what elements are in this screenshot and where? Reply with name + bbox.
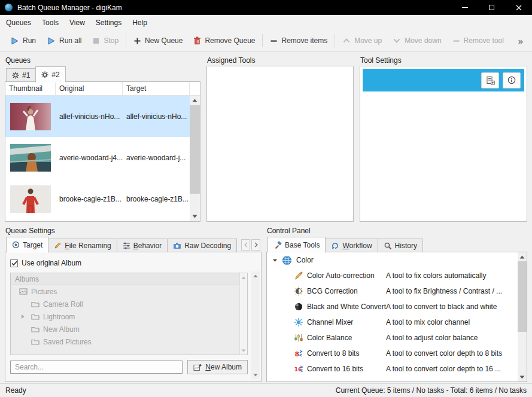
use-original-album-checkbox[interactable] xyxy=(10,259,18,267)
scrollbar-track[interactable] xyxy=(518,261,527,372)
target-tab-page: Use original Album Albums Pictures Camer… xyxy=(5,252,262,382)
scroll-down-arrow[interactable] xyxy=(518,372,527,381)
toolbar-separator xyxy=(335,34,335,47)
table-header: Thumbnail Original Target xyxy=(5,82,200,96)
assign-tool-button[interactable] xyxy=(481,72,499,88)
assigned-tools-label: Assigned Tools xyxy=(206,56,354,66)
thumbnail-image xyxy=(5,144,56,172)
tab-workflow[interactable]: Workflow xyxy=(325,239,378,252)
menu-view[interactable]: View xyxy=(64,16,90,29)
queue-settings-scrollbar[interactable] xyxy=(251,271,260,379)
tab-raw-decoding[interactable]: Raw Decoding xyxy=(167,239,237,252)
tool-row-convert-16-bits[interactable]: 16 Convert to 16 bits A tool to convert … xyxy=(267,361,518,377)
maximize-button[interactable] xyxy=(478,0,505,15)
albums-scrollbar[interactable] xyxy=(239,273,247,355)
scroll-up-arrow[interactable] xyxy=(518,252,527,261)
maximize-icon xyxy=(489,5,494,10)
assigned-tools-list xyxy=(206,66,354,222)
color-group-row[interactable]: Color xyxy=(267,252,518,268)
album-tree-item-camera-roll: Camera Roll xyxy=(11,298,247,310)
gear-icon xyxy=(12,72,19,79)
queue-table-scrollbar[interactable] xyxy=(190,96,200,221)
folder-icon xyxy=(31,338,39,345)
remove-queue-trash-icon xyxy=(193,36,201,45)
tab-file-renaming[interactable]: File Renaming xyxy=(48,239,117,252)
tab-target[interactable]: Target xyxy=(6,237,48,253)
scroll-up-arrow[interactable] xyxy=(240,273,248,282)
tool-row-color-balance[interactable]: Color Balance A tool to adjust color bal… xyxy=(267,330,518,346)
checkmark-icon xyxy=(11,261,17,266)
move-up-button[interactable]: Move up xyxy=(337,33,387,48)
minimize-button[interactable] xyxy=(451,0,478,15)
tool-info-button[interactable] xyxy=(503,72,521,88)
depth-8-icon: 8 xyxy=(293,349,303,359)
tool-settings-section: Tool Settings xyxy=(360,56,527,222)
digikam-app-icon xyxy=(5,4,13,11)
scroll-up-arrow[interactable] xyxy=(190,96,200,105)
gear-icon xyxy=(41,71,48,78)
album-tree-item-new-album: New Album xyxy=(11,323,247,335)
tool-row-channel-mixer[interactable]: Channel Mixer A tool to mix color channe… xyxy=(267,314,518,330)
queue-item-row[interactable]: brooke-cagle-z1B... brooke-cagle-z1B... xyxy=(5,178,200,219)
original-filename: brooke-cagle-z1B... xyxy=(56,195,123,203)
scroll-down-arrow[interactable] xyxy=(240,346,248,355)
scrollbar-track[interactable] xyxy=(190,105,200,212)
scroll-down-arrow[interactable] xyxy=(190,212,200,221)
queue-tab-label: #2 xyxy=(51,71,59,79)
move-down-icon xyxy=(393,36,401,45)
album-tree-item-pictures: Pictures xyxy=(11,285,247,298)
tool-row-convert-8-bits[interactable]: 8 Convert to 8 bits A tool to convert co… xyxy=(267,346,518,361)
tab-scroll-left-button[interactable] xyxy=(241,239,250,251)
run-icon xyxy=(10,36,19,45)
magnifier-icon xyxy=(384,242,392,250)
toolbar-overflow-button[interactable]: » xyxy=(514,35,527,47)
tab-behavior[interactable]: Behavior xyxy=(117,239,168,252)
tab-scroll-right-button[interactable] xyxy=(251,239,260,251)
tab-base-tools[interactable]: Base Tools xyxy=(267,237,326,253)
tab-history[interactable]: History xyxy=(378,239,423,252)
expand-arrow-icon[interactable] xyxy=(21,314,25,319)
new-queue-button[interactable]: New Queue xyxy=(128,33,188,48)
queues-section: Queues #1 #2 Thumbnail Original xyxy=(5,56,200,222)
tab-scroll-buttons xyxy=(241,239,262,252)
queue-tab-2[interactable]: #2 xyxy=(35,66,65,83)
scrollbar-thumb[interactable] xyxy=(518,261,527,332)
move-down-button[interactable]: Move down xyxy=(387,33,446,48)
queue-item-row[interactable]: allef-vinicius-nHo... allef-vinicius-nHo… xyxy=(5,96,200,137)
control-panel-section: Control Panel Base Tools Workflow Histor… xyxy=(266,226,527,382)
folder-icon xyxy=(31,301,39,307)
status-queue-info: Current Queue: 5 items / No tasks - Tota… xyxy=(336,386,527,395)
new-album-button[interactable]: New Album xyxy=(187,360,248,374)
close-button[interactable] xyxy=(505,0,532,15)
remove-items-minus-icon xyxy=(270,37,278,45)
scroll-up-arrow[interactable] xyxy=(251,271,260,280)
stop-button[interactable]: Stop xyxy=(87,33,124,48)
run-button[interactable]: Run xyxy=(5,33,41,48)
tool-row-bcg-correction[interactable]: BCG Correction A tool to fix Brightness … xyxy=(267,283,518,299)
menu-settings[interactable]: Settings xyxy=(90,16,127,29)
menu-tools[interactable]: Tools xyxy=(37,16,64,29)
queue-items-table: Thumbnail Original Target allef-vinicius… xyxy=(5,81,200,222)
scroll-down-arrow[interactable] xyxy=(251,371,260,379)
collapse-arrow-icon[interactable] xyxy=(272,258,278,263)
column-header-original[interactable]: Original xyxy=(56,82,123,95)
column-header-thumbnail[interactable]: Thumbnail xyxy=(5,82,56,95)
base-tools-scrollbar[interactable] xyxy=(518,252,527,381)
column-header-target[interactable]: Target xyxy=(123,82,190,95)
remove-items-button[interactable]: Remove items xyxy=(265,33,333,48)
tool-settings-header-bar xyxy=(363,69,524,91)
menu-help[interactable]: Help xyxy=(127,16,153,29)
remove-tool-button[interactable]: Remove tool xyxy=(447,33,509,48)
album-search-input[interactable] xyxy=(10,361,183,374)
run-all-button[interactable]: Run all xyxy=(41,33,87,48)
base-tools-icon xyxy=(273,241,282,249)
scrollbar-thumb[interactable] xyxy=(190,105,200,194)
tool-row-color-auto-correction[interactable]: Color Auto-correction A tool to fix colo… xyxy=(267,268,518,283)
queue-tab-1[interactable]: #1 xyxy=(6,68,36,82)
menu-queues[interactable]: Queues xyxy=(1,16,37,29)
tool-row-black-white-convert[interactable]: Black and White Convert A tool to conver… xyxy=(267,299,518,314)
document-plus-icon xyxy=(486,76,495,85)
remove-queue-button[interactable]: Remove Queue xyxy=(188,33,260,48)
queue-item-row[interactable]: averie-woodard-j4... averie-woodard-j... xyxy=(5,137,200,178)
new-queue-icon xyxy=(133,37,141,45)
